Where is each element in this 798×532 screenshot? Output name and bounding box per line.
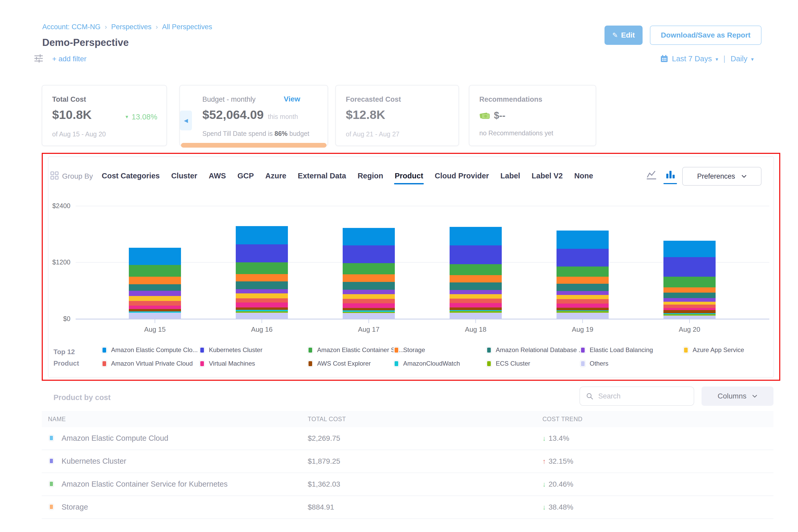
column-header-name[interactable]: NAME [48, 416, 66, 423]
tab-cost-categories[interactable]: Cost Categories [102, 172, 159, 180]
bar-segment-elastic-load-balancing [663, 298, 716, 302]
total-cost-label: Total Cost [52, 95, 86, 103]
legend-item-amazon-elastic-compute-clo[interactable]: Amazon Elastic Compute Clo... [102, 346, 198, 354]
tab-aws[interactable]: AWS [209, 172, 226, 180]
table-row-storage[interactable]: Storage$884.91↓38.48% [42, 496, 774, 519]
calendar-icon [660, 55, 668, 63]
gridline-2400 [76, 206, 769, 206]
legend-item-aws-cost-explorer[interactable]: AWS Cost Explorer [308, 360, 371, 367]
download-save-report-button[interactable]: Download/Save as Report [650, 25, 761, 45]
tab-none[interactable]: None [574, 172, 593, 180]
forecasted-cost-card: Forecasted Cost $12.8K of Aug 21 - Aug 2… [335, 85, 459, 146]
legend-item-elastic-load-balancing[interactable]: Elastic Load Balancing [580, 346, 653, 354]
table-row-amazon-elastic-compute-cloud[interactable]: Amazon Elastic Compute Cloud$2,269.75↓13… [42, 427, 774, 450]
budget-value-row: $52,064.09 this month [202, 108, 298, 122]
granularity-dropdown[interactable]: Daily [730, 55, 747, 63]
breadcrumb-account[interactable]: Account: CCM-NG [42, 23, 101, 31]
legend-item-amazon-elastic-container-se[interactable]: Amazon Elastic Container Se... [308, 346, 404, 354]
bar-segment-ecs-cluster [663, 314, 716, 316]
bar-segment-amazon-relational-database [450, 282, 502, 290]
legend-swatch [394, 360, 399, 367]
legend-item-kubernetes-cluster[interactable]: Kubernetes Cluster [200, 346, 262, 354]
tab-gcp[interactable]: GCP [237, 172, 254, 180]
legend-item-azure-app-service[interactable]: Azure App Service [683, 346, 744, 354]
legend-item-ecs-cluster[interactable]: ECS Cluster [486, 360, 530, 367]
bar-segment-amazon-virtual-private-cloud [556, 299, 609, 304]
carousel-prev-button[interactable]: ◀ [180, 111, 192, 130]
tab-azure[interactable]: Azure [265, 172, 286, 180]
tab-cloud-provider[interactable]: Cloud Provider [435, 172, 489, 180]
breadcrumb-all-perspectives[interactable]: All Perspectives [162, 23, 212, 31]
legend-swatch [308, 360, 313, 367]
bar-segment-ecs-cluster [236, 311, 288, 313]
bar-segment-elastic-load-balancing [343, 290, 395, 294]
bar-segment-kubernetes-cluster [343, 245, 395, 263]
product-name: Kubernetes Cluster [61, 457, 126, 466]
cost-trend-cell: ↑32.15% [543, 457, 573, 466]
bar-segment-amazon-relational-database [343, 282, 395, 290]
total-cost-cell: $884.91 [308, 503, 334, 511]
bar-segment-amazon-virtual-private-cloud [663, 305, 716, 308]
bar-segment-amazon-elastic-compute-clo [129, 248, 181, 265]
legend-item-others[interactable]: Others [580, 360, 608, 367]
product-swatch [49, 458, 54, 464]
legend-title-line2: Product [54, 359, 79, 367]
legend-swatch [580, 360, 586, 367]
legend-title-line1: Top 12 [54, 348, 75, 356]
bar-segment-storage [129, 277, 181, 284]
bar-segment-amazon-relational-database [236, 281, 288, 289]
columns-button[interactable]: Columns [702, 386, 774, 406]
tab-external-data[interactable]: External Data [298, 172, 346, 180]
tab-cluster[interactable]: Cluster [171, 172, 197, 180]
table-row-kubernetes-cluster[interactable]: Kubernetes Cluster$1,879.25↑32.15% [42, 450, 774, 473]
bar-segment-amazoncloudwatch [663, 313, 716, 314]
back-arrow-icon: ◀ [184, 117, 188, 124]
bar-segment-azure-app-service [450, 294, 502, 299]
total-cost-cell: $2,269.75 [308, 434, 340, 442]
legend-item-virtual-machines[interactable]: Virtual Machines [200, 360, 255, 367]
bar-segment-azure-app-service [663, 302, 716, 305]
date-range-dropdown[interactable]: Last 7 Days [672, 55, 712, 63]
tab-region[interactable]: Region [358, 172, 383, 180]
column-header-cost-trend[interactable]: COST TREND [543, 416, 583, 423]
caret-down-icon: ▾ [716, 56, 718, 62]
x-axis-baseline [76, 319, 769, 320]
legend-swatch [308, 347, 313, 353]
bar-segment-amazon-elastic-container-se [663, 277, 716, 287]
legend-item-amazon-virtual-private-cloud[interactable]: Amazon Virtual Private Cloud [102, 360, 193, 367]
legend-label: Kubernetes Cluster [209, 346, 262, 354]
filter-sliders-icon[interactable] [33, 53, 44, 64]
tab-label-v2[interactable]: Label V2 [532, 172, 563, 180]
legend-item-storage[interactable]: Storage [394, 346, 425, 354]
table-header-row: NAME TOTAL COST COST TREND [42, 411, 774, 427]
tab-product[interactable]: Product [395, 172, 423, 180]
column-header-total-cost[interactable]: TOTAL COST [308, 416, 346, 423]
add-filter-button[interactable]: + add filter [52, 55, 87, 63]
recommendations-value: $-- [494, 110, 506, 121]
legend-item-amazoncloudwatch[interactable]: AmazonCloudWatch [394, 360, 460, 367]
legend-item-amazon-relational-database[interactable]: Amazon Relational Database ... [486, 346, 584, 354]
breadcrumb-perspectives[interactable]: Perspectives [111, 23, 152, 31]
bar-segment-amazon-relational-database [129, 284, 181, 290]
legend-swatch [394, 347, 399, 353]
bar-segment-azure-app-service [236, 293, 288, 298]
budget-view-link[interactable]: View [284, 95, 300, 103]
tab-label[interactable]: Label [500, 172, 520, 180]
bar-segment-amazon-relational-database [556, 284, 609, 291]
bar-segment-amazon-virtual-private-cloud [343, 299, 395, 303]
table-row-amazon-elastic-container-service-for-kubernetes[interactable]: Amazon Elastic Container Service for Kub… [42, 473, 774, 496]
bar-chart-toggle-icon[interactable] [666, 170, 676, 180]
bar-chart-active-underline [663, 183, 677, 184]
preferences-button[interactable]: Preferences [682, 167, 761, 186]
group-by-grid-icon [50, 171, 59, 180]
legend-label: Amazon Relational Database ... [496, 346, 584, 354]
bar-segment-aws-cost-explorer [343, 308, 395, 310]
bar-segment-virtual-machines [450, 303, 502, 307]
time-filter-controls: Last 7 Days ▾ | Daily ▾ [660, 54, 754, 63]
x-axis-label: Aug 17 [348, 325, 390, 334]
y-axis-label: $0 [37, 315, 71, 323]
search-input[interactable] [598, 392, 681, 401]
line-chart-toggle-icon[interactable] [646, 170, 657, 180]
bar-segment-amazoncloudwatch [343, 310, 395, 312]
edit-button[interactable]: ✎ Edit [605, 25, 643, 45]
